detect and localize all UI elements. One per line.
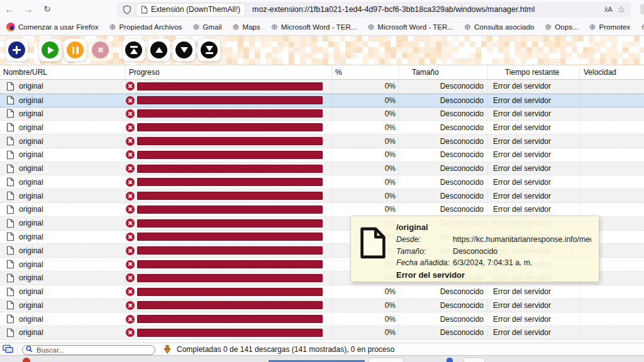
resume-button[interactable] bbox=[38, 38, 62, 62]
tracking-protection-shield-icon[interactable] bbox=[123, 5, 131, 14]
progress-bar bbox=[137, 329, 323, 337]
error-icon bbox=[126, 246, 135, 255]
error-icon bbox=[126, 287, 135, 296]
tooltip-field-value: 6/3/2024, 7:04:31 a. m. bbox=[453, 258, 591, 268]
url-bar[interactable]: Extensión (DownThemAll!) moz-extension:/… bbox=[117, 2, 631, 17]
table-row[interactable]: original0%DesconocidoError del servidor bbox=[0, 285, 644, 299]
bookmark-item[interactable]: Comenzar a usar Firefox bbox=[6, 23, 99, 31]
progress-bar bbox=[137, 288, 323, 296]
move-to-top-button[interactable] bbox=[122, 38, 145, 62]
column-header[interactable]: Progreso bbox=[126, 65, 332, 79]
table-row[interactable]: original0%DesconocidoError del servidor bbox=[0, 134, 644, 148]
bookmark-item[interactable]: ⊕Microsoft Word - TER... bbox=[271, 23, 357, 31]
bookmark-label: Maps bbox=[242, 23, 260, 31]
bookmark-item[interactable]: ⊕Tendencias Insumos bbox=[641, 23, 644, 31]
error-icon bbox=[126, 233, 135, 241]
bookmark-label: Microsoft Word - TER... bbox=[281, 23, 357, 31]
download-percent: 0% bbox=[385, 192, 396, 200]
bookmark-label: Promotex bbox=[599, 23, 631, 31]
to-top-icon bbox=[125, 41, 142, 58]
download-percent: 0% bbox=[385, 109, 396, 118]
search-input[interactable] bbox=[22, 345, 155, 355]
move-up-button[interactable] bbox=[147, 38, 170, 62]
error-icon bbox=[126, 315, 135, 324]
download-time-remaining: Error del servidor bbox=[493, 328, 551, 337]
table-row[interactable]: original0%DesconocidoError del servidor bbox=[0, 299, 644, 313]
download-name: original bbox=[19, 178, 43, 187]
table-row[interactable]: original0%DesconocidoError del servidor bbox=[0, 121, 644, 134]
globe-icon: ⊕ bbox=[464, 23, 471, 31]
file-icon bbox=[6, 314, 14, 324]
progress-bar bbox=[137, 301, 323, 309]
download-size: Desconocido bbox=[440, 164, 484, 173]
download-name: original bbox=[19, 315, 43, 324]
download-size: Desconocido bbox=[440, 96, 484, 105]
bookmark-item[interactable]: ⊕Maps bbox=[233, 23, 260, 31]
download-size: Desconocido bbox=[440, 301, 484, 310]
download-name: original bbox=[19, 260, 43, 269]
move-to-bottom-button[interactable] bbox=[197, 38, 221, 62]
table-row[interactable]: original0%DesconocidoError del servidor bbox=[0, 94, 644, 107]
column-header[interactable]: Tamaño bbox=[399, 65, 488, 79]
windows-taskbar[interactable] bbox=[0, 355, 644, 362]
error-icon bbox=[126, 164, 135, 173]
table-row[interactable]: original0%DesconocidoError del servidor bbox=[0, 80, 644, 94]
download-percent: 0% bbox=[385, 315, 396, 324]
download-time-remaining: Error del servidor bbox=[493, 123, 551, 132]
back-icon[interactable]: ← bbox=[0, 0, 19, 18]
taskbar-button[interactable] bbox=[464, 358, 485, 362]
bookmark-item[interactable]: ⊕Oops... bbox=[545, 23, 578, 31]
table-row[interactable]: original0%DesconocidoError del servidor bbox=[0, 175, 644, 189]
bookmark-item[interactable]: ⊕Propiedad Archivos bbox=[109, 23, 182, 31]
error-icon bbox=[126, 109, 135, 118]
taskbar-button[interactable] bbox=[369, 358, 404, 362]
column-header[interactable]: Tiempo restante bbox=[488, 65, 580, 79]
bookmark-item[interactable]: ⊕Microsoft Word - TER... bbox=[367, 23, 453, 31]
move-down-button[interactable] bbox=[172, 38, 196, 62]
table-row[interactable]: original0%DesconocidoError del servidor bbox=[0, 162, 644, 176]
taskbar-app-icon[interactable] bbox=[447, 358, 453, 362]
tooltip-fields: Desde:https://kc.humanitarianresponse.in… bbox=[396, 234, 591, 268]
download-time-remaining: Error del servidor bbox=[493, 96, 551, 105]
progress-bar bbox=[137, 206, 323, 214]
bookmark-item[interactable]: ⊕Consulta asociado bbox=[464, 23, 534, 31]
column-header[interactable]: Velocidad bbox=[580, 65, 644, 79]
pause-button[interactable] bbox=[64, 38, 87, 62]
error-icon bbox=[126, 150, 135, 159]
download-size: Desconocido bbox=[440, 328, 484, 337]
network-monitor-icon[interactable] bbox=[3, 344, 13, 354]
table-row[interactable]: original0%DesconocidoError del servidor bbox=[0, 312, 644, 326]
download-size: Desconocido bbox=[440, 315, 484, 324]
browser-window: ← → ↻ Extensión (DownThemAll!) moz-exten… bbox=[0, 0, 644, 362]
download-time-remaining: Error del servidor bbox=[493, 150, 551, 159]
cancel-button[interactable] bbox=[89, 38, 112, 62]
bookmark-item[interactable]: ⊕Promotex bbox=[589, 23, 631, 31]
table-row[interactable]: original0%DesconocidoError del servidor bbox=[0, 203, 644, 217]
translate-icon[interactable]: x̄A bbox=[604, 6, 612, 13]
forward-icon[interactable]: → bbox=[19, 0, 38, 18]
add-downloads-button[interactable] bbox=[5, 38, 28, 62]
download-percent: 0% bbox=[385, 178, 396, 187]
table-row[interactable]: original0%DesconocidoError del servidor bbox=[0, 189, 644, 203]
download-size: Desconocido bbox=[440, 205, 484, 214]
progress-bar bbox=[137, 274, 323, 282]
download-size: Desconocido bbox=[440, 178, 484, 187]
column-header[interactable]: % bbox=[332, 65, 399, 79]
table-row[interactable]: original0%DesconocidoError del servidor bbox=[0, 107, 644, 121]
download-name: original bbox=[19, 301, 43, 310]
extension-identity-chip[interactable]: Extensión (DownThemAll!) bbox=[136, 4, 245, 16]
bookmark-label: Oops... bbox=[555, 23, 578, 31]
reload-icon[interactable]: ↻ bbox=[38, 0, 57, 18]
progress-bar bbox=[137, 315, 323, 323]
taskbar-app-icon[interactable] bbox=[23, 358, 30, 362]
table-row[interactable]: original0%DesconocidoError del servidor bbox=[0, 148, 644, 162]
bookmark-item[interactable]: ⊕Gmail bbox=[192, 23, 221, 31]
progress-bar bbox=[137, 246, 323, 255]
globe-icon: ⊕ bbox=[545, 23, 552, 31]
bookmark-star-icon[interactable]: ☆ bbox=[617, 4, 625, 14]
download-percent: 0% bbox=[385, 96, 396, 105]
table-row[interactable]: original0%DesconocidoError del servidor bbox=[0, 326, 644, 340]
progress-bar bbox=[137, 260, 323, 268]
file-icon bbox=[6, 287, 14, 297]
column-header[interactable]: Nombre/URL bbox=[0, 65, 126, 79]
